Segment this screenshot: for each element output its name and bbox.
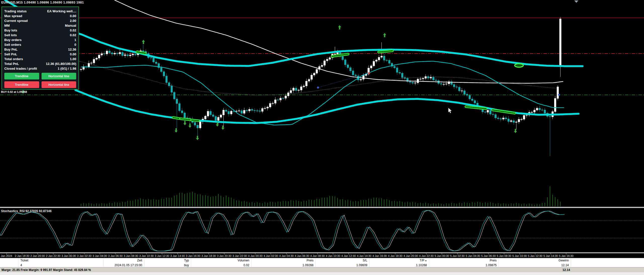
ea-panel-row-sell-lots: Sell lots0.02 (4, 33, 76, 37)
bottom-strip (0, 272, 644, 275)
time-axis-label: Jan 2024 (1, 254, 12, 257)
ea-panel-row-mm: MMManual (4, 23, 76, 28)
open-position-label: BUY 0.02 at 1.09268 (1, 90, 27, 93)
status-bar: Marge: 21.85 Freie Margin: 9 991.97 Marg… (0, 267, 644, 272)
col-header-gewinn[interactable]: Gewinn (499, 258, 571, 263)
volume-bars (81, 186, 560, 206)
time-axis-label: 4 Jan 12:30 (341, 254, 356, 257)
trendline-buy-button[interactable]: Trendline (4, 73, 39, 80)
ea-panel-row-closed-trades-profit: Closed trades / profit1 (0/1) / 1.98 (4, 66, 76, 71)
time-axis-label: 5 Jan 14:30 (543, 254, 558, 257)
chart-canvas[interactable]: Jan 20242 Jan 18:302 Jan 20:302 Jan 22:3… (0, 0, 644, 258)
ea-panel-row-trading-status: Trading statusEA Working well.... (4, 9, 76, 14)
col-header-t-p[interactable]: T/P ▲ (370, 258, 429, 263)
time-axis-label: 3 Jan 14:30 (170, 254, 185, 257)
ea-panel-row-sell-orders: Sell orders0 (4, 42, 76, 47)
buy-signal-arrow-icon (196, 136, 199, 140)
time-axis-label: 5 Jan 06:30 (481, 254, 496, 257)
sort-ascending-icon: ▲ (424, 259, 427, 262)
time-axis-label: 5 Jan 00:30 (435, 254, 449, 257)
table-header-row[interactable]: TicketZeitTypVolumenPreisS/LT/P ▲PreisGe… (0, 258, 644, 263)
time-axis-label: 3 Jan 16:30 (186, 254, 200, 257)
sell-signal-arrow-icon (383, 33, 386, 37)
time-axis-label: 4 Jan 06:30 (295, 254, 309, 257)
time-axis-label: 4 Jan 14:30 (357, 254, 372, 257)
ea-panel-row-current-spread: Current spread2.00 (4, 18, 76, 23)
ea-panel-row-total-orders: Total orders1.00 (4, 57, 76, 61)
chart-symbol-title: EURUSD,M15 1.09490 1.09896 1.09490 1.098… (1, 1, 84, 4)
time-axis-label: 3 Jan 04:30 (93, 254, 107, 257)
ea-dashboard-panel: Trading statusEA Working well....Max spr… (2, 7, 79, 90)
ea-panel-row-sell-pnl: Sell PnL0.00 (4, 52, 76, 57)
col-header-volumen[interactable]: Volumen (191, 258, 252, 263)
buy-signal-arrow-icon (175, 128, 178, 133)
ea-panel-rows: Trading statusEA Working well....Max spr… (4, 9, 76, 71)
time-axis-label: 4 Jan 22:30 (419, 254, 434, 257)
total-profit-value: 12.14 (551, 267, 570, 272)
time-axis-label: 2 Jan 20:30 (30, 254, 45, 257)
ea-panel-row-max-spread: Max spread0.00 (4, 14, 76, 18)
col-header-preis[interactable]: Preis (429, 258, 499, 263)
horizontal-line-buy-button[interactable]: Horizontal line (42, 73, 76, 80)
buy-signal-arrow-icon (221, 126, 224, 130)
ea-panel-row-buy-orders: Buy orders1 (4, 37, 76, 42)
time-axis-label: 3 Jan 18:30 (202, 254, 216, 257)
buy-signal-arrow-icon (188, 124, 191, 128)
col-header-ticket[interactable]: Ticket (18, 258, 103, 263)
time-axis-label: 3 Jan 08:30 (124, 254, 138, 257)
ea-panel-row-buy-pnl: Buy PnL12.36 (4, 47, 76, 52)
time-axis-label: 2 Jan 18:30 (15, 254, 29, 257)
time-axis-label: 5 Jan 04:30 (466, 254, 480, 257)
time-axis: Jan 20242 Jan 18:302 Jan 20:302 Jan 22:3… (1, 253, 573, 257)
time-axis-label: 3 Jan 10:30 (139, 254, 154, 257)
time-axis-label: 3 Jan 02:30 (77, 254, 92, 257)
indicator-label: Stochastics_RSI 92.37035 92.87346 (1, 209, 52, 213)
time-axis-label: 4 Jan 10:30 (326, 254, 340, 257)
time-axis-label: 5 Jan 12:30 (528, 254, 542, 257)
time-axis-label: 4 Jan 04:30 (279, 254, 294, 257)
buy-signal-arrow-icon (514, 129, 517, 133)
row-icon-cell (0, 258, 18, 263)
candles (80, 17, 561, 156)
horizontal-line-sell-button[interactable]: Horizontal line (42, 81, 76, 88)
time-axis-label: 4 Jan 20:30 (404, 254, 418, 257)
trading-app-window: Jan 20242 Jan 18:302 Jan 20:302 Jan 22:3… (0, 0, 644, 275)
time-axis-label: 5 Jan 08:30 (497, 254, 511, 257)
buy-signal-arrow-icon (183, 121, 186, 125)
time-axis-label: 5 Jan 16:30 (559, 254, 574, 257)
time-axis-label: 4 Jan 16:30 (372, 254, 387, 257)
time-axis-label: 2 Jan 22:30 (46, 254, 61, 257)
ea-panel-row-buy-lots: Buy lots0.02 (4, 28, 76, 33)
trendline-sell-button[interactable]: Trendline (4, 81, 39, 88)
sell-signal-arrow-icon (142, 40, 145, 44)
time-axis-label: 4 Jan 18:30 (388, 254, 403, 257)
sell-signal-arrow-icon (338, 25, 341, 29)
time-axis-label: 3 Jan 00:30 (61, 254, 76, 257)
col-header-s-l[interactable]: S/L (316, 258, 370, 263)
open-trades-table[interactable]: TicketZeitTypVolumenPreisS/LT/P ▲PreisGe… (0, 258, 644, 267)
col-header-preis[interactable]: Preis (252, 258, 316, 263)
time-axis-label: 3 Jan 06:30 (108, 254, 123, 257)
time-axis-label: 3 Jan 20:30 (217, 254, 231, 257)
time-axis-label: 3 Jan 12:30 (155, 254, 169, 257)
ea-panel-row-total-pnl: Total PnL12.36 (61.80/100.00) (4, 61, 76, 66)
time-axis-label: 5 Jan 02:30 (450, 254, 465, 257)
margin-status-text: Marge: 21.85 Freie Margin: 9 991.97 Marg… (2, 267, 91, 272)
col-header-typ[interactable]: Typ (144, 258, 191, 263)
time-axis-label: 3 Jan 22:30 (232, 254, 247, 257)
time-axis-label: 4 Jan 08:30 (310, 254, 325, 257)
time-axis-label: 4 Jan 00:30 (248, 254, 263, 257)
time-axis-label: 4 Jan 02:30 (264, 254, 278, 257)
col-header-zeit[interactable]: Zeit (103, 258, 144, 263)
time-axis-label: 5 Jan 10:30 (512, 254, 527, 257)
chart-shift-marker-icon[interactable] (574, 1, 578, 3)
mouse-cursor-icon (448, 108, 452, 113)
